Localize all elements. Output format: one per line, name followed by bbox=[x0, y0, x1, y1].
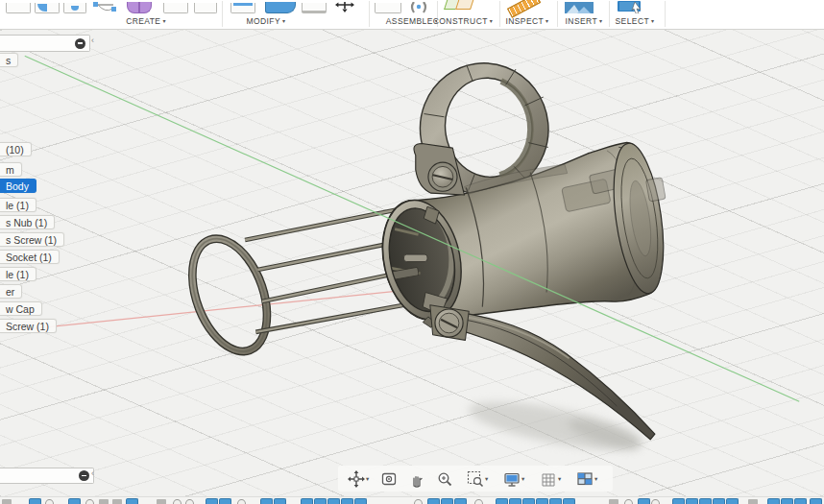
timeline-panel-toggle[interactable] bbox=[0, 468, 94, 484]
browser-item[interactable]: s Screw (1) bbox=[0, 232, 64, 247]
timeline-feature-icon[interactable] bbox=[609, 499, 618, 504]
form-icon[interactable] bbox=[127, 0, 150, 12]
menu-assemble[interactable]: ASSEMBLE▾ bbox=[386, 16, 438, 26]
timeline-sketch-icon[interactable] bbox=[536, 498, 548, 504]
sketch-icon[interactable] bbox=[92, 0, 119, 12]
viewports-icon[interactable] bbox=[576, 470, 594, 488]
timeline-strip[interactable] bbox=[0, 496, 824, 504]
timeline-sketch-icon[interactable] bbox=[126, 498, 138, 504]
pan-icon[interactable] bbox=[408, 470, 425, 488]
timeline-sketch-icon[interactable] bbox=[274, 498, 286, 504]
menu-modify[interactable]: MODIFY▾ bbox=[247, 16, 286, 26]
fit-icon[interactable] bbox=[467, 470, 484, 488]
new-component-icon[interactable] bbox=[375, 0, 401, 12]
shell-icon[interactable] bbox=[302, 0, 327, 12]
browser-item[interactable]: Screw (1) bbox=[0, 319, 57, 333]
timeline-sketch-icon[interactable] bbox=[638, 498, 650, 504]
timeline-sketch-icon[interactable] bbox=[563, 498, 575, 504]
model-3d[interactable] bbox=[0, 30, 824, 496]
timeline-sketch-icon[interactable] bbox=[509, 498, 521, 504]
grid-settings-dropdown-caret[interactable]: ▾ bbox=[558, 475, 561, 483]
measure-icon[interactable] bbox=[509, 0, 544, 12]
timeline-feature-icon[interactable] bbox=[45, 499, 54, 504]
hole-icon[interactable] bbox=[63, 0, 86, 12]
browser-item[interactable]: le (1) bbox=[0, 267, 36, 281]
grid-settings-icon[interactable] bbox=[540, 470, 557, 488]
timeline-sketch-icon[interactable] bbox=[327, 498, 340, 504]
browser-item[interactable]: le (1) bbox=[0, 198, 36, 212]
browser-item[interactable]: s Nub (1) bbox=[0, 215, 55, 229]
timeline-feature-icon[interactable] bbox=[173, 499, 182, 504]
menu-construct[interactable]: CONSTRUCT▾ bbox=[433, 16, 493, 26]
insert-image-icon[interactable] bbox=[565, 0, 597, 12]
primitive-icon[interactable] bbox=[194, 0, 217, 12]
viewports-dropdown-caret[interactable]: ▾ bbox=[594, 475, 597, 483]
timeline-sketch-icon[interactable] bbox=[781, 498, 793, 504]
timeline-sketch-icon[interactable] bbox=[29, 498, 41, 504]
timeline-sketch-icon[interactable] bbox=[699, 498, 712, 504]
browser-panel-toggle[interactable] bbox=[0, 35, 90, 52]
orbit-dropdown-caret[interactable]: ▾ bbox=[366, 475, 369, 483]
timeline-sketch-icon[interactable] bbox=[260, 498, 273, 504]
timeline-feature-icon[interactable] bbox=[2, 499, 12, 504]
timeline-feature-icon[interactable] bbox=[99, 499, 109, 504]
panel-handle-icon[interactable]: ‹ bbox=[91, 36, 94, 45]
joint-icon[interactable] bbox=[407, 0, 432, 12]
cage-basket[interactable] bbox=[174, 207, 408, 366]
timeline-sketch-icon[interactable] bbox=[726, 498, 739, 504]
timeline-feature-icon[interactable] bbox=[624, 499, 633, 504]
timeline-sketch-icon[interactable] bbox=[354, 498, 367, 504]
orbit-icon[interactable] bbox=[348, 470, 365, 488]
fillet-icon[interactable] bbox=[265, 0, 294, 12]
display-settings-icon[interactable] bbox=[503, 470, 521, 488]
timeline-sketch-icon[interactable] bbox=[794, 498, 807, 504]
browser-item[interactable]: er bbox=[0, 284, 22, 299]
collapse-circle-icon[interactable] bbox=[75, 38, 85, 49]
timeline-feature-icon[interactable] bbox=[748, 499, 758, 504]
viewport-canvas[interactable]: s(10)mBodyle (1)s Nub (1)s Screw (1)Sock… bbox=[0, 30, 824, 496]
timeline-sketch-icon[interactable] bbox=[219, 498, 231, 504]
collapse-circle-icon[interactable] bbox=[79, 470, 89, 481]
timeline-feature-icon[interactable] bbox=[237, 499, 246, 504]
browser-item[interactable]: (10) bbox=[0, 142, 32, 156]
press-pull-icon[interactable] bbox=[230, 0, 255, 12]
browser-item[interactable]: Socket (1) bbox=[0, 250, 60, 264]
menu-create[interactable]: CREATE▾ bbox=[126, 16, 166, 26]
timeline-feature-icon[interactable] bbox=[85, 499, 94, 504]
timeline-sketch-icon[interactable] bbox=[314, 498, 327, 504]
revolve-icon[interactable] bbox=[35, 0, 60, 12]
timeline-sketch-icon[interactable] bbox=[454, 498, 467, 504]
surface-icon[interactable] bbox=[163, 0, 188, 12]
menu-insert[interactable]: INSERT▾ bbox=[566, 16, 603, 26]
panel-handle-icon[interactable]: ‹ bbox=[91, 468, 94, 478]
browser-item[interactable]: w Cap bbox=[0, 301, 42, 316]
timeline-sketch-icon[interactable] bbox=[672, 498, 685, 504]
timeline-sketch-icon[interactable] bbox=[522, 498, 535, 504]
select-icon[interactable] bbox=[616, 0, 648, 12]
look-at-icon[interactable] bbox=[380, 470, 398, 488]
timeline-sketch-icon[interactable] bbox=[810, 498, 822, 504]
timeline-sketch-icon[interactable] bbox=[496, 498, 508, 504]
display-settings-dropdown-caret[interactable]: ▾ bbox=[521, 475, 524, 483]
ring-mount[interactable] bbox=[414, 143, 465, 195]
timeline-feature-icon[interactable] bbox=[157, 499, 166, 504]
timeline-sketch-icon[interactable] bbox=[713, 498, 725, 504]
timeline-sketch-icon[interactable] bbox=[441, 498, 453, 504]
timeline-feature-icon[interactable] bbox=[474, 499, 483, 504]
move-copy-icon[interactable] bbox=[334, 0, 363, 12]
construct-plane-icon[interactable] bbox=[446, 0, 476, 12]
timeline-feature-icon[interactable] bbox=[185, 499, 194, 504]
timeline-sketch-icon[interactable] bbox=[68, 498, 81, 504]
timeline-sketch-icon[interactable] bbox=[301, 498, 313, 504]
timeline-sketch-icon[interactable] bbox=[549, 498, 562, 504]
zoom-icon[interactable] bbox=[436, 470, 453, 488]
timeline-sketch-icon[interactable] bbox=[341, 498, 353, 504]
timeline-sketch-icon[interactable] bbox=[206, 498, 218, 504]
timeline-feature-icon[interactable] bbox=[414, 499, 423, 504]
timeline-feature-icon[interactable] bbox=[112, 499, 122, 504]
fit-dropdown-caret[interactable]: ▾ bbox=[485, 475, 488, 483]
browser-item[interactable]: m bbox=[0, 162, 22, 177]
browser-item[interactable]: s bbox=[0, 53, 18, 67]
timeline-sketch-icon[interactable] bbox=[427, 498, 440, 504]
timeline-sketch-icon[interactable] bbox=[767, 498, 780, 504]
